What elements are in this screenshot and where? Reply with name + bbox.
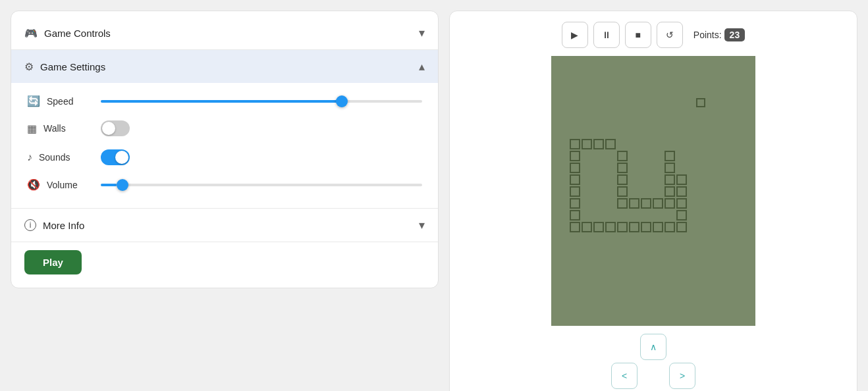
sounds-toggle-knob: [115, 151, 128, 164]
speed-icon: 🔄: [27, 95, 40, 107]
game-settings-header[interactable]: ⚙ Game Settings ▴: [11, 50, 438, 83]
gamepad-icon: 🎮: [24, 27, 38, 39]
info-icon: i: [24, 219, 36, 231]
stop-button[interactable]: ■: [625, 22, 651, 48]
snake-segment: [665, 174, 675, 185]
game-controls-bar: ▶ ⏸ ■ ↺ Points: 23: [460, 22, 846, 48]
snake-segment: [629, 198, 639, 209]
snake-segment: [653, 198, 663, 209]
snake-segment: [676, 186, 687, 197]
snake-segment: [617, 198, 628, 209]
dpad-up-button[interactable]: ∧: [640, 334, 666, 360]
dpad-empty-tl: [611, 334, 637, 360]
volume-row: 🔇 Volume: [11, 172, 438, 197]
snake-segment: [617, 163, 628, 173]
game-settings-section: ⚙ Game Settings ▴ 🔄 Speed: [11, 50, 438, 209]
volume-slider-fill: [101, 184, 117, 186]
snake-segment: [676, 210, 687, 221]
pause-icon: ⏸: [602, 30, 611, 40]
walls-toggle[interactable]: [101, 120, 130, 136]
right-panel: ▶ ⏸ ■ ↺ Points: 23: [449, 11, 857, 391]
game-settings-label: Game Settings: [40, 61, 105, 72]
volume-icon: 🔇: [27, 178, 40, 191]
volume-slider-thumb[interactable]: [117, 179, 128, 191]
snake-segment: [605, 222, 616, 232]
up-arrow-icon: ∧: [650, 342, 657, 352]
game-settings-content: 🔄 Speed ▦ Walls: [11, 83, 438, 208]
snake-segment: [582, 139, 592, 149]
snake-segment: [617, 174, 628, 185]
snake-segment: [641, 222, 651, 232]
snake-segment: [653, 222, 663, 232]
snake-segment: [617, 222, 628, 232]
walls-icon: ▦: [27, 122, 37, 135]
dpad-right-button[interactable]: >: [669, 363, 695, 389]
sounds-toggle[interactable]: [101, 149, 130, 165]
snake-segment: [570, 151, 580, 161]
speed-slider-track[interactable]: [101, 100, 422, 103]
right-arrow-icon: >: [680, 371, 685, 381]
more-info-header[interactable]: i More Info ▾: [11, 209, 438, 242]
speed-label: Speed: [47, 96, 73, 107]
left-panel: 🎮 Game Controls ▾ ⚙ Game Settings ▴ 🔄 Sp…: [11, 11, 439, 288]
game-controls-chevron: ▾: [419, 26, 425, 40]
snake-segment: [570, 163, 580, 173]
play-button[interactable]: Play: [24, 250, 82, 274]
reset-icon: ↺: [666, 30, 674, 40]
sounds-label: Sounds: [39, 152, 70, 163]
pause-button[interactable]: ⏸: [593, 22, 620, 48]
sounds-icon: ♪: [27, 151, 32, 163]
game-canvas: [551, 56, 755, 326]
sounds-row: ♪ Sounds: [11, 143, 438, 172]
walls-toggle-knob: [102, 122, 115, 135]
left-arrow-icon: <: [622, 371, 627, 381]
reset-button[interactable]: ↺: [657, 22, 683, 48]
points-value: 23: [724, 28, 746, 41]
walls-label: Walls: [43, 123, 66, 134]
speed-row: 🔄 Speed: [11, 88, 438, 114]
snake-segment: [665, 198, 675, 209]
snake-segment: [617, 186, 628, 197]
more-info-section: i More Info ▾: [11, 209, 438, 242]
snake-segment: [570, 139, 580, 149]
game-controls-section: 🎮 Game Controls ▾: [11, 16, 438, 50]
snake-segment: [676, 174, 687, 185]
food-item: [696, 98, 705, 107]
game-controls-header[interactable]: 🎮 Game Controls ▾: [11, 16, 438, 49]
dpad-left-button[interactable]: <: [611, 363, 637, 389]
snake-segment: [676, 222, 687, 232]
volume-slider-track[interactable]: [101, 184, 422, 186]
more-info-label: More Info: [43, 220, 84, 231]
snake-segment: [593, 139, 604, 149]
gear-icon: ⚙: [24, 61, 34, 73]
snake-segment: [676, 198, 687, 209]
volume-label: Volume: [47, 180, 78, 190]
play-game-button[interactable]: ▶: [562, 22, 588, 48]
stop-icon: ■: [636, 30, 641, 40]
snake-segment: [570, 186, 580, 197]
speed-slider-fill: [101, 100, 342, 103]
speed-slider-thumb[interactable]: [336, 95, 348, 107]
play-icon: ▶: [571, 30, 578, 40]
snake-segment: [629, 222, 639, 232]
snake-segment: [665, 151, 675, 161]
game-settings-chevron: ▴: [419, 59, 425, 74]
direction-pad: ∧ < > ∨: [611, 334, 695, 391]
snake-segment: [593, 222, 604, 232]
game-controls-label: Game Controls: [44, 28, 111, 39]
snake-segment: [582, 222, 592, 232]
snake-segment: [570, 222, 580, 232]
dpad-center: [640, 363, 666, 389]
snake-segment: [641, 198, 651, 209]
points-label: Points:: [693, 30, 722, 40]
snake-segment: [570, 174, 580, 185]
snake-segment: [617, 151, 628, 161]
snake-segment: [570, 198, 580, 209]
walls-row: ▦ Walls: [11, 114, 438, 143]
dpad-empty-tr: [669, 334, 695, 360]
snake-segment: [665, 163, 675, 173]
snake-segment: [570, 210, 580, 221]
snake-segment: [665, 222, 675, 232]
points-display: Points: 23: [693, 28, 745, 41]
snake-segment: [665, 186, 675, 197]
